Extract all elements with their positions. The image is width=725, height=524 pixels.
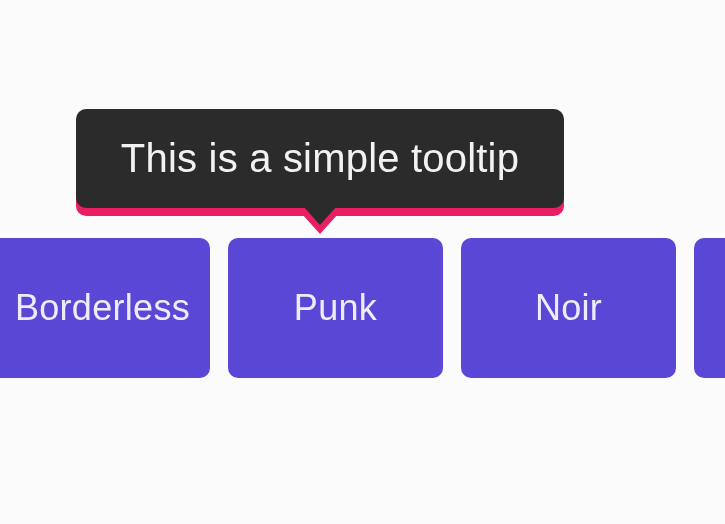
button-label: Borderless (15, 287, 190, 329)
tooltip-text: This is a simple tooltip (121, 136, 519, 181)
button-noir[interactable]: Noir (461, 238, 676, 378)
button-punk[interactable]: Punk (228, 238, 443, 378)
button-shadow[interactable]: Shadow (694, 238, 725, 378)
button-label: Punk (294, 287, 377, 329)
demo-stage: This is a simple tooltip Borderless Punk… (0, 0, 725, 524)
button-row: Borderless Punk Noir Shadow (0, 238, 725, 378)
button-label: Noir (535, 287, 602, 329)
tooltip-bubble: This is a simple tooltip (76, 109, 564, 208)
button-borderless[interactable]: Borderless (0, 238, 210, 378)
tooltip: This is a simple tooltip (76, 109, 564, 208)
